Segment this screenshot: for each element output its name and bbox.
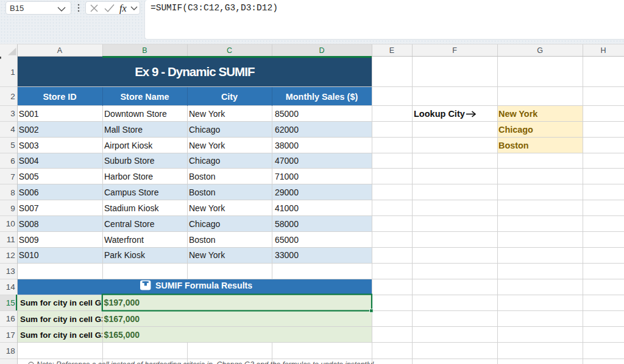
svg-text:Lookup City: Lookup City: [414, 109, 465, 119]
svg-text:4: 4: [10, 125, 15, 134]
svg-text:17: 17: [6, 331, 15, 340]
svg-text:71000: 71000: [275, 172, 299, 181]
svg-text:A: A: [57, 46, 63, 55]
svg-text:S005: S005: [19, 172, 39, 181]
svg-text:5: 5: [10, 141, 15, 150]
svg-text:S002: S002: [19, 125, 39, 135]
svg-text:Boston: Boston: [189, 187, 216, 197]
svg-text:85000: 85000: [275, 109, 299, 119]
svg-text:H: H: [600, 46, 606, 55]
svg-text:Suburb Store: Suburb Store: [104, 156, 155, 166]
svg-text:16: 16: [6, 314, 15, 323]
svg-text:S001: S001: [19, 109, 39, 119]
svg-text:Harbor Store: Harbor Store: [104, 172, 153, 181]
svg-text:Airport Kiosk: Airport Kiosk: [104, 141, 153, 150]
svg-text:47000: 47000: [275, 156, 299, 166]
svg-text:F: F: [452, 46, 457, 55]
svg-text:Boston: Boston: [189, 235, 216, 245]
svg-text:Boston: Boston: [189, 172, 216, 181]
svg-text:D: D: [319, 46, 324, 55]
svg-text:10: 10: [6, 219, 15, 228]
svg-text:$167,000: $167,000: [104, 314, 140, 324]
svg-text:B: B: [142, 46, 147, 55]
svg-text:3: 3: [10, 109, 15, 118]
svg-text:S006: S006: [19, 187, 39, 197]
svg-text:New York: New York: [189, 250, 225, 260]
svg-text:Chicago: Chicago: [498, 125, 533, 135]
svg-text:fx: fx: [119, 3, 127, 14]
svg-text:G: G: [537, 46, 543, 55]
svg-text:9: 9: [10, 204, 15, 213]
svg-text:SUMIF Formula Results: SUMIF Formula Results: [155, 281, 252, 290]
svg-text:Sum for city in cell G3: Sum for city in cell G3: [20, 298, 106, 307]
svg-text:14: 14: [6, 282, 16, 292]
svg-text:E: E: [389, 46, 394, 55]
svg-text:Sum for city in cell G3: Sum for city in cell G3: [20, 315, 106, 324]
svg-text:Chicago: Chicago: [189, 125, 221, 135]
svg-text:S003: S003: [19, 141, 39, 150]
svg-text:C: C: [227, 46, 232, 55]
svg-text:1: 1: [10, 68, 15, 77]
svg-text:Campus Store: Campus Store: [104, 187, 159, 197]
svg-text:New York: New York: [189, 141, 225, 150]
svg-text:13: 13: [6, 267, 15, 276]
svg-text:Store ID: Store ID: [43, 92, 76, 102]
svg-text:62000: 62000: [275, 125, 299, 135]
svg-text:Stadium Kiosk: Stadium Kiosk: [104, 203, 159, 213]
svg-text:Boston: Boston: [498, 141, 529, 150]
svg-text:18: 18: [6, 346, 15, 355]
svg-text:Chicago: Chicago: [189, 219, 221, 229]
svg-text:New York: New York: [498, 109, 538, 119]
svg-text:Waterfront: Waterfront: [104, 235, 144, 245]
svg-text:S008: S008: [19, 219, 39, 229]
svg-text:7: 7: [10, 172, 15, 181]
svg-text:Chicago: Chicago: [189, 156, 221, 166]
svg-text:41000: 41000: [275, 203, 299, 213]
svg-text:S009: S009: [19, 235, 39, 245]
svg-text:6: 6: [10, 156, 15, 166]
svg-text:S010: S010: [19, 250, 39, 260]
svg-text:New York: New York: [189, 203, 225, 213]
svg-text:Park Kiosk: Park Kiosk: [104, 250, 146, 260]
svg-text:65000: 65000: [275, 235, 299, 245]
svg-text:Central Store: Central Store: [104, 219, 155, 229]
svg-text:11: 11: [7, 235, 15, 244]
svg-text:$197,000: $197,000: [104, 298, 140, 307]
svg-text:15: 15: [6, 298, 15, 307]
svg-text:Mall Store: Mall Store: [104, 125, 143, 135]
svg-text:S004: S004: [19, 156, 39, 166]
svg-text:Downtown Store: Downtown Store: [104, 109, 167, 119]
svg-text:$165,000: $165,000: [104, 330, 140, 340]
svg-text:Store Name: Store Name: [121, 92, 169, 102]
svg-text:New York: New York: [189, 109, 225, 119]
svg-text:58000: 58000: [275, 219, 299, 229]
svg-text:38000: 38000: [275, 141, 299, 150]
svg-text:Sum for city in cell G3: Sum for city in cell G3: [20, 331, 106, 340]
svg-text:29000: 29000: [275, 187, 299, 197]
svg-text:8: 8: [10, 188, 15, 197]
svg-text:33000: 33000: [275, 250, 299, 260]
svg-text:City: City: [221, 92, 238, 102]
svg-text:S007: S007: [19, 203, 39, 213]
svg-text:2: 2: [10, 92, 15, 101]
svg-text:Ex 9 - Dynamic SUMIF: Ex 9 - Dynamic SUMIF: [135, 65, 255, 79]
svg-text:Note: Reference a cell instead: Note: Reference a cell instead of hardco…: [37, 360, 374, 364]
svg-text:12: 12: [6, 251, 15, 260]
svg-text:Monthly Sales ($): Monthly Sales ($): [286, 92, 358, 102]
